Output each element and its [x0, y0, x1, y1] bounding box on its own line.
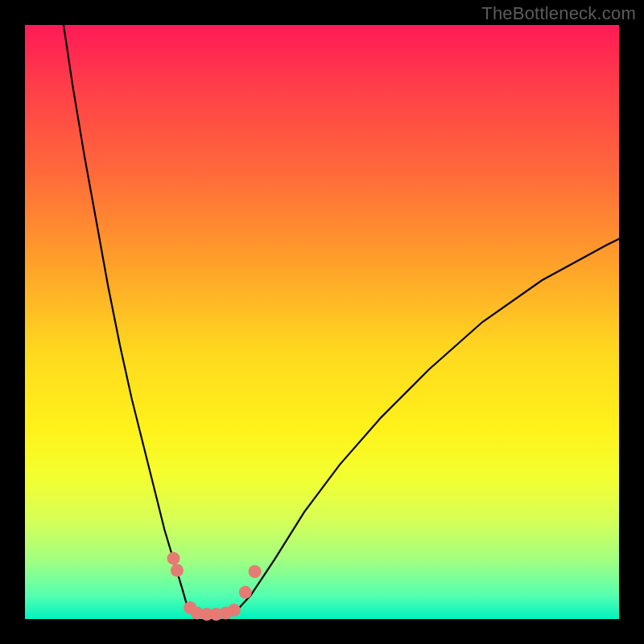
trough-marker	[228, 604, 241, 617]
chart-frame: TheBottleneck.com	[0, 0, 644, 644]
trough-marker	[171, 564, 184, 577]
plot-area	[25, 25, 619, 619]
trough-marker	[167, 552, 180, 565]
watermark-text: TheBottleneck.com	[481, 3, 636, 24]
bottleneck-curve	[64, 25, 619, 616]
trough-marker	[239, 586, 252, 599]
curve-layer	[25, 25, 619, 619]
trough-marker	[249, 565, 262, 578]
